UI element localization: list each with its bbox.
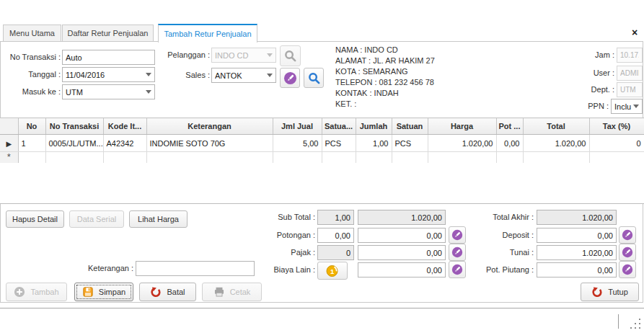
- biaya-lain-amount[interactable]: [358, 262, 446, 278]
- deposit-edit-button[interactable]: [619, 226, 636, 244]
- dept-label: Dept. :: [563, 82, 614, 97]
- data-serial-button: Data Serial: [69, 210, 124, 228]
- no-transaksi-input[interactable]: [62, 50, 155, 65]
- button-label: Cetak: [230, 288, 251, 296]
- masuk-ke-combobox[interactable]: UTM: [62, 84, 155, 99]
- pajak-edit-button[interactable]: [449, 244, 466, 261]
- col-kode-item[interactable]: Kode It...: [103, 118, 146, 135]
- biaya-lain-button[interactable]: 1: [317, 262, 348, 280]
- potongan-amount[interactable]: [358, 228, 446, 243]
- cell-pot: 0,00: [496, 135, 523, 152]
- button-label: Tambah: [30, 288, 58, 296]
- tutup-button[interactable]: Tutup: [581, 283, 639, 301]
- deposit-input[interactable]: [537, 228, 617, 243]
- chevron-down-icon: [633, 105, 639, 108]
- pelanggan-combobox: INDO CD: [211, 48, 276, 63]
- user-label: User :: [563, 66, 614, 81]
- potongan-qty[interactable]: [317, 228, 354, 243]
- tab-daftar-retur-penjualan[interactable]: Daftar Retur Penjualan: [62, 25, 154, 42]
- cell-satuan-jual: PCS: [322, 135, 356, 152]
- app-window: Menu Utama Daftar Retur Penjualan Tambah…: [0, 0, 644, 333]
- sales-edit-button[interactable]: [280, 68, 300, 88]
- col-jumlah[interactable]: Jumlah: [356, 118, 392, 135]
- lihat-harga-button[interactable]: Lihat Harga: [129, 210, 188, 228]
- cell-harga: 1.020,00: [428, 135, 496, 152]
- coin-icon: 1: [326, 265, 339, 278]
- pajak-label: Pajak :: [250, 245, 315, 260]
- cell-jml-jual: 5,00: [273, 135, 322, 152]
- biaya-lain-edit-button[interactable]: [449, 261, 466, 278]
- pot-piutang-label: Pot. Piutang :: [469, 262, 534, 278]
- tanggal-combobox[interactable]: 11/04/2016: [62, 67, 155, 82]
- jam-input: [617, 48, 643, 63]
- col-harga[interactable]: Harga: [428, 118, 496, 135]
- pencil-icon: [622, 264, 633, 275]
- col-keterangan[interactable]: Keterangan: [146, 118, 273, 135]
- tunai-input[interactable]: [537, 245, 617, 260]
- grid-corner-cell: [0, 118, 18, 135]
- dept-input: [617, 82, 643, 97]
- printer-icon: [213, 286, 225, 298]
- col-total[interactable]: Total: [523, 118, 589, 135]
- chevron-down-icon: [146, 90, 151, 94]
- col-satuan-jual[interactable]: Satua...: [322, 118, 356, 135]
- tab-tambah-retur-penjualan[interactable]: Tambah Retur Penjualan: [158, 24, 257, 43]
- col-pot[interactable]: Pot ...: [496, 118, 523, 135]
- col-no-transaksi[interactable]: No Transaksi: [45, 118, 103, 135]
- button-label: Hapus Detail: [12, 215, 58, 223]
- cell-tax: 0: [589, 135, 644, 152]
- button-label: Simpan: [99, 288, 125, 296]
- customer-ket: KET. :: [335, 99, 508, 110]
- ppn-label: PPN :: [563, 99, 609, 114]
- plus-icon: [14, 286, 25, 298]
- pajak-qty: [317, 245, 354, 260]
- chevron-down-icon: [267, 53, 273, 57]
- cetak-button: Cetak: [202, 283, 262, 301]
- total-akhir-label: Total Akhir :: [469, 210, 534, 225]
- customer-kontak: KONTAK : INDAH: [335, 88, 508, 99]
- pajak-amount[interactable]: [358, 245, 446, 260]
- current-row-icon: ▶: [6, 140, 12, 148]
- search-icon: [283, 49, 297, 63]
- user-input: [617, 66, 643, 81]
- cell-keterangan: INDOMIE SOTO 70G: [146, 135, 273, 152]
- pencil-icon: [622, 247, 633, 258]
- potongan-edit-button[interactable]: [449, 226, 466, 244]
- tanggal-value: 11/04/2016: [66, 71, 144, 79]
- ppn-combobox[interactable]: Include: [611, 99, 643, 114]
- keterangan-input[interactable]: [136, 261, 255, 276]
- col-no[interactable]: No: [18, 118, 45, 135]
- tunai-label: Tunai :: [469, 245, 534, 260]
- grid-header-row: No No Transaksi Kode It... Keterangan Jm…: [0, 118, 644, 135]
- new-row[interactable]: *: [0, 152, 644, 163]
- simpan-button[interactable]: Simpan: [74, 283, 133, 301]
- ppn-value: Include: [614, 102, 631, 111]
- col-satuan[interactable]: Satuan: [392, 118, 428, 135]
- customer-kota: KOTA : SEMARANG: [335, 66, 508, 78]
- pelanggan-value: INDO CD: [215, 51, 265, 60]
- sales-search-button[interactable]: [304, 68, 324, 88]
- chevron-down-icon: [267, 74, 273, 77]
- new-row-icon: *: [7, 152, 11, 163]
- chevron-down-icon: [146, 73, 151, 76]
- close-icon[interactable]: ×: [629, 27, 640, 38]
- col-tax[interactable]: Tax (%): [589, 118, 644, 135]
- col-jml-jual[interactable]: Jml Jual: [273, 118, 322, 135]
- sales-combobox[interactable]: ANTOK: [211, 68, 276, 83]
- button-label: Tutup: [608, 288, 628, 296]
- tab-menu-utama[interactable]: Menu Utama: [3, 25, 61, 42]
- table-row[interactable]: ▶ 1 0005/JL/UTM... A42342 INDOMIE SOTO 7…: [0, 135, 644, 152]
- cell-no: 1: [18, 135, 45, 152]
- jam-label: Jam :: [563, 48, 614, 63]
- tunai-edit-button[interactable]: [619, 244, 636, 261]
- tanggal-label: Tanggal :: [0, 67, 61, 82]
- batal-button[interactable]: Batal: [139, 283, 196, 301]
- keterangan-label: Keterangan :: [54, 261, 133, 276]
- tab-label: Tambah Retur Penjualan: [164, 30, 251, 38]
- total-akhir-value: [537, 210, 617, 225]
- pot-piutang-edit-button[interactable]: [619, 261, 636, 278]
- items-grid: No No Transaksi Kode It... Keterangan Jm…: [0, 117, 644, 204]
- pot-piutang-input[interactable]: [537, 262, 617, 278]
- biaya-lain-label: Biaya Lain :: [250, 262, 315, 278]
- hapus-detail-button[interactable]: Hapus Detail: [6, 210, 64, 228]
